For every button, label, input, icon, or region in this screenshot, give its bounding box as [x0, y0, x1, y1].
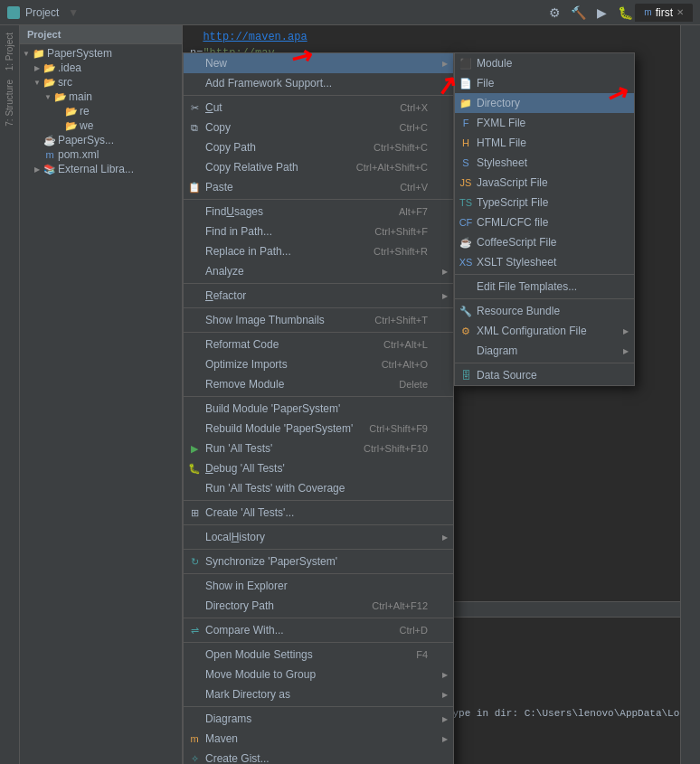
- sidebar-tab-structure[interactable]: 7: Structure: [3, 76, 16, 130]
- run-btn[interactable]: ▶: [591, 3, 611, 23]
- folder-icon: 📂: [65, 119, 78, 132]
- build-btn[interactable]: 🔨: [568, 3, 588, 23]
- tab-first[interactable]: m first ✕: [635, 4, 693, 22]
- menu-item-build-module[interactable]: Build Module 'PaperSystem': [184, 399, 453, 419]
- menu-item-replace-path[interactable]: Replace in Path...Ctrl+Shift+R: [184, 241, 453, 261]
- menu-item-diagrams[interactable]: Diagrams: [184, 709, 453, 729]
- tree-item-ext-lib[interactable]: ▶ 📚 External Libra...: [22, 162, 180, 176]
- menu-item-local-history[interactable]: Local History: [184, 527, 453, 547]
- menu-item-run-tests[interactable]: ▶ Run 'All Tests'Ctrl+Shift+F10: [184, 439, 453, 458]
- submenu-item-html[interactable]: H HTML File: [455, 133, 634, 153]
- copy-icon: ⧉: [187, 120, 202, 135]
- menu-item-compare[interactable]: ⇌ Compare With...Ctrl+D: [184, 620, 453, 640]
- menu-item-run-coverage[interactable]: Run 'All Tests' with Coverage: [184, 478, 453, 498]
- menu-item-copy[interactable]: ⧉ CopyCtrl+C: [184, 118, 453, 137]
- menu-item-move-module[interactable]: Move Module to Group: [184, 665, 453, 684]
- submenu-item-fxml[interactable]: F FXML File: [455, 113, 634, 133]
- context-menu: New Add Framework Support... ✂ CutCtrl+X…: [183, 52, 454, 764]
- project-icon: 📁: [33, 47, 45, 60]
- tree-item-src[interactable]: ▼ 📂 src: [22, 75, 180, 90]
- menu-item-find-path[interactable]: Find in Path...Ctrl+Shift+F: [184, 222, 453, 241]
- submenu-item-module[interactable]: ⬛ Module: [455, 53, 634, 73]
- menu-item-thumbnails[interactable]: Show Image ThumbnailsCtrl+Shift+T: [184, 310, 453, 330]
- menu-item-synchronize[interactable]: ↻ Synchronize 'PaperSystem': [184, 552, 453, 571]
- tree-arrow: ▼: [22, 50, 31, 58]
- ts-icon: TS: [459, 195, 473, 210]
- gist-icon: ✧: [187, 751, 202, 764]
- sidebar-tab-project[interactable]: 1: Project: [3, 29, 16, 74]
- xslt-icon: XS: [459, 255, 473, 269]
- menu-item-copy-rel-path[interactable]: Copy Relative PathCtrl+Alt+Shift+C: [184, 157, 453, 177]
- submenu-item-data-source[interactable]: 🗄 Data Source: [455, 365, 634, 385]
- submenu-item-directory[interactable]: 📁 Directory: [455, 93, 634, 113]
- tree-item-papersys[interactable]: ☕ PaperSys...: [22, 133, 180, 147]
- menu-item-optimize[interactable]: Optimize ImportsCtrl+Alt+O: [184, 354, 453, 374]
- submenu-new: ⬛ Module 📄 File 📁 Directory F FXML File …: [454, 52, 635, 386]
- menu-item-cut[interactable]: ✂ CutCtrl+X: [184, 98, 453, 118]
- tab-close-icon[interactable]: ✕: [676, 7, 684, 17]
- js-icon: JS: [459, 175, 473, 190]
- menu-separator: [455, 363, 634, 363]
- submenu-item-resource-bundle[interactable]: 🔧 Resource Bundle: [455, 301, 634, 321]
- maven-icon: m: [187, 731, 202, 746]
- menu-item-show-explorer[interactable]: Show in Explorer: [184, 576, 453, 596]
- menu-separator: [184, 642, 453, 643]
- menu-separator: [184, 283, 453, 284]
- menu-item-create-gist[interactable]: ✧ Create Gist...: [184, 749, 453, 764]
- submenu-item-cfml[interactable]: CF CFML/CFC file: [455, 212, 634, 232]
- menu-item-remove-module[interactable]: Remove ModuleDelete: [184, 374, 453, 394]
- run-icon: ▶: [187, 441, 202, 456]
- code-line: http://maven.apa: [190, 29, 673, 45]
- menu-item-copy-path[interactable]: Copy PathCtrl+Shift+C: [184, 137, 453, 157]
- tree-item-re[interactable]: 📂 re: [22, 104, 180, 118]
- cut-icon: ✂: [187, 100, 202, 115]
- menu-item-mark-dir[interactable]: Mark Directory as: [184, 684, 453, 704]
- menu-item-debug-tests[interactable]: 🐛 Debug 'All Tests': [184, 458, 453, 478]
- tree-label: src: [58, 76, 72, 89]
- submenu-item-file[interactable]: 📄 File: [455, 73, 634, 93]
- menu-item-paste[interactable]: 📋 PasteCtrl+V: [184, 177, 453, 197]
- menu-separator: [184, 199, 453, 200]
- tree-item-we[interactable]: 📂 we: [22, 118, 180, 133]
- tree-item-pomxml[interactable]: m pom.xml: [22, 147, 180, 162]
- debug-icon: 🐛: [187, 461, 202, 476]
- tree-label: main: [69, 90, 92, 103]
- tree-label: we: [80, 119, 93, 132]
- submenu-item-stylesheet[interactable]: S Stylesheet: [455, 153, 634, 173]
- tree-item-main[interactable]: ▼ 📂 main: [22, 90, 180, 104]
- menu-separator: [184, 524, 453, 525]
- submenu-item-xslt[interactable]: XS XSLT Stylesheet: [455, 252, 634, 272]
- tree-item-papersystem[interactable]: ▼ 📁 PaperSystem: [22, 46, 180, 61]
- folder-icon: 📂: [43, 76, 56, 89]
- submenu-item-diagram[interactable]: Diagram: [455, 341, 634, 361]
- submenu-item-javascript[interactable]: JS JavaScript File: [455, 173, 634, 193]
- menu-separator: [184, 332, 453, 333]
- menu-item-reformat[interactable]: Reformat CodeCtrl+Alt+L: [184, 335, 453, 354]
- menu-item-new[interactable]: New: [184, 53, 453, 73]
- menu-item-analyze[interactable]: Analyze: [184, 261, 453, 281]
- submenu-item-edit-templates[interactable]: Edit File Templates...: [455, 277, 634, 297]
- debug-btn[interactable]: 🐛: [615, 3, 635, 23]
- menu-item-dir-path[interactable]: Directory PathCtrl+Alt+F12: [184, 596, 453, 616]
- menu-item-maven[interactable]: m Maven: [184, 729, 453, 749]
- menu-item-create-tests[interactable]: ⊞ Create 'All Tests'...: [184, 503, 453, 523]
- submenu-item-typescript[interactable]: TS TypeScript File: [455, 193, 634, 212]
- menu-item-module-settings[interactable]: Open Module SettingsF4: [184, 645, 453, 665]
- fxml-icon: F: [459, 116, 473, 130]
- module-icon: ⬛: [459, 56, 473, 71]
- content-area: http://maven.apa n="http://mav 1.0</mode…: [183, 25, 680, 764]
- submenu-item-xml-config[interactable]: ⚙ XML Configuration File: [455, 321, 634, 341]
- menu-separator: [184, 396, 453, 397]
- tree-item-idea[interactable]: ▶ 📂 .idea: [22, 61, 180, 75]
- menu-separator: [184, 307, 453, 308]
- menu-item-rebuild[interactable]: Rebuild Module 'PaperSystem'Ctrl+Shift+F…: [184, 419, 453, 439]
- menu-item-add-framework[interactable]: Add Framework Support...: [184, 73, 453, 93]
- settings-btn[interactable]: ⚙: [544, 3, 564, 23]
- right-sidebar: [680, 25, 700, 764]
- tree-arrow: ▼: [43, 93, 52, 101]
- main-layout: 1: Project 7: Structure Project ▼ 📁 Pape…: [0, 25, 700, 764]
- folder-icon: 📂: [65, 105, 78, 118]
- submenu-item-coffeescript[interactable]: ☕ CoffeeScript File: [455, 232, 634, 252]
- menu-item-refactor[interactable]: Refactor: [184, 286, 453, 306]
- menu-item-find-usages[interactable]: Find UsagesAlt+F7: [184, 202, 453, 222]
